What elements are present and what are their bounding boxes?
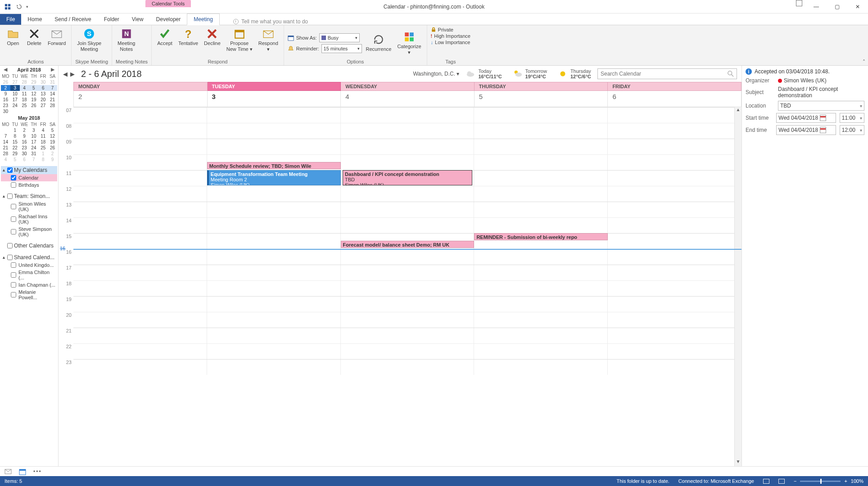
event-reminder[interactable]: REMINDER - Submission of bi-weekly repo (474, 233, 608, 240)
event-monthly-schedule[interactable]: Monthly Schedule review; TBD; Simon Wile (207, 162, 341, 169)
svg-point-21 (467, 72, 471, 76)
zoom-slider[interactable] (800, 481, 841, 482)
tab-file[interactable]: File (0, 14, 21, 25)
recurrence-button[interactable]: Recurrence (364, 33, 393, 53)
collapse-ribbon-button[interactable]: ˄ (863, 59, 865, 65)
cal-item-rachael[interactable]: Rachael Inns (UK) (1, 213, 57, 225)
reminder-select[interactable]: 15 minutes▾ (321, 44, 362, 53)
weather-today[interactable]: Today16°C/11°C (466, 68, 502, 79)
decline-button[interactable]: Decline (202, 27, 222, 47)
close-button[interactable]: ✕ (847, 0, 868, 14)
cal-item-birthdays[interactable]: Birthdays (1, 181, 57, 189)
ribbon-group-options: Show As: Busy ▾ Reminder: 15 minutes▾ Re… (284, 25, 427, 65)
team-calendars-header[interactable]: ▲Team: Simon... (1, 192, 57, 200)
cal-item-simon[interactable]: Simon Wiles (UK) (1, 200, 57, 213)
my-calendars-header[interactable]: ▲My Calendars (1, 166, 57, 174)
tentative-button[interactable]: ?Tentative (176, 27, 200, 47)
tab-sendreceive[interactable]: Send / Receive (48, 14, 97, 25)
categorize-button[interactable]: Categorize ▾ (395, 30, 423, 56)
high-importance-button[interactable]: !High Importance (431, 33, 470, 39)
event-forecast-demo[interactable]: Forecast model/ balance sheet Demo; RM U… (341, 241, 475, 248)
location-select[interactable]: Washington, D.C. ▾ (413, 71, 459, 77)
view-reading-icon[interactable] (778, 479, 785, 484)
next-month-button[interactable]: ▶ (50, 67, 55, 72)
propose-time-button[interactable]: Propose New Time ▾ (225, 27, 254, 53)
my-calendars-checkbox[interactable] (7, 167, 13, 173)
busy-swatch-icon (321, 36, 326, 40)
delete-button[interactable]: Delete (25, 27, 44, 47)
show-as-select[interactable]: Busy ▾ (319, 33, 360, 42)
end-time-select[interactable]: 12:00▾ (840, 125, 864, 135)
datehdr-4[interactable]: 4 (341, 91, 475, 107)
zoom-control[interactable]: − + 100% (794, 478, 863, 484)
datehdr-6[interactable]: 6 (608, 91, 741, 107)
forward-button[interactable]: Forward (46, 27, 68, 47)
cal-item-calendar[interactable]: Calendar (1, 174, 57, 181)
view-normal-icon[interactable] (763, 479, 769, 484)
end-date-input[interactable]: Wed 04/04/2018 (776, 125, 836, 135)
tab-developer[interactable]: Developer (150, 14, 187, 25)
bell-icon (288, 45, 294, 52)
subject-label: Subject (746, 89, 774, 95)
event-dashboard-kpi[interactable]: Dashboard / KPI concept demonstration TB… (343, 170, 472, 185)
tab-meeting[interactable]: Meeting (187, 14, 220, 25)
search-icon[interactable] (728, 71, 734, 77)
svg-rect-2 (5, 7, 7, 9)
prev-month-button[interactable]: ◀ (3, 67, 8, 72)
tab-view[interactable]: View (126, 14, 150, 25)
accept-button[interactable]: Accept (155, 27, 174, 47)
zoom-out-button[interactable]: − (794, 478, 796, 484)
days-grid[interactable]: 16 Monthly Schedule review; TBD; Simon W… (73, 107, 741, 466)
cal-item-melanie[interactable]: Melanie Powell... (1, 288, 57, 301)
mail-nav-icon[interactable] (5, 468, 12, 475)
datehdr-2[interactable]: 2 (73, 91, 208, 107)
next-week-button[interactable]: ▶ (70, 71, 75, 77)
calendar-icon[interactable] (820, 127, 826, 133)
cal-item-uk[interactable]: United Kingdo... (1, 261, 57, 269)
tab-home[interactable]: Home (21, 14, 48, 25)
vertical-scrollbar[interactable]: ▲ ▼ (734, 107, 741, 466)
cal-item-ian[interactable]: Ian Chapman (... (1, 281, 57, 288)
start-time-select[interactable]: 11:00▾ (840, 113, 864, 123)
meeting-notes-button[interactable]: NMeeting Notes (116, 27, 137, 53)
cal-item-steve[interactable]: Steve Simpson (UK) (1, 225, 57, 238)
maximize-button[interactable]: ▢ (827, 0, 847, 14)
other-calendars-header[interactable]: ▲Other Calendars (1, 242, 57, 250)
tab-folder[interactable]: Folder (98, 14, 126, 25)
accepted-text: Accepted on 03/04/2018 10:48. (755, 68, 830, 75)
event-equipment-meeting[interactable]: Equipment Transformation Team Meeting Me… (207, 170, 341, 185)
mini-calendar-may[interactable]: MOTUWETHFRSA 12345 789101112 14151617181… (1, 122, 57, 162)
datehdr-3[interactable]: 3 (208, 91, 341, 107)
calendar-icon[interactable] (820, 115, 826, 121)
ribbon-display-options-icon[interactable] (796, 0, 802, 6)
shared-calendars-header[interactable]: ▲Shared Calend... (1, 253, 57, 261)
location-select[interactable]: TBD▾ (778, 101, 864, 111)
tell-me[interactable]: Tell me what you want to do (233, 18, 308, 25)
search-input[interactable] (601, 71, 728, 77)
weather-thursday[interactable]: Thursday12°C/6°C (558, 68, 591, 79)
weather-tomorrow[interactable]: Tomorrow19°C/4°C (513, 68, 547, 79)
qat-dropdown-icon[interactable]: ▾ (26, 4, 28, 9)
search-box[interactable] (597, 68, 737, 79)
join-skype-button[interactable]: SJoin Skype Meeting (75, 27, 103, 53)
scroll-down-button[interactable]: ▼ (735, 459, 741, 466)
low-importance-button[interactable]: ↓Low Importance (431, 40, 470, 45)
calendar-nav-icon[interactable] (19, 468, 26, 475)
respond-button[interactable]: Respond ▾ (257, 27, 280, 53)
zoom-in-button[interactable]: + (844, 478, 847, 484)
scroll-up-button[interactable]: ▲ (735, 107, 741, 114)
more-nav-button[interactable]: ••• (33, 468, 42, 475)
zoom-value: 100% (851, 478, 863, 484)
cal-item-emma[interactable]: Emma Chilton (... (1, 269, 57, 281)
svg-rect-17 (405, 37, 409, 41)
svg-rect-18 (410, 37, 414, 41)
open-button[interactable]: Open (4, 27, 23, 47)
private-toggle[interactable]: Private (431, 27, 470, 32)
undo-icon[interactable] (15, 4, 22, 10)
minimize-button[interactable]: — (806, 0, 827, 14)
prev-week-button[interactable]: ◀ (63, 71, 68, 77)
start-date-input[interactable]: Wed 04/04/2018 (776, 113, 836, 123)
datehdr-5[interactable]: 5 (475, 91, 608, 107)
mini-calendar-april[interactable]: MOTUWETHFRSA 262728293031 234567 9101112… (1, 73, 57, 114)
lightbulb-icon (233, 19, 239, 24)
